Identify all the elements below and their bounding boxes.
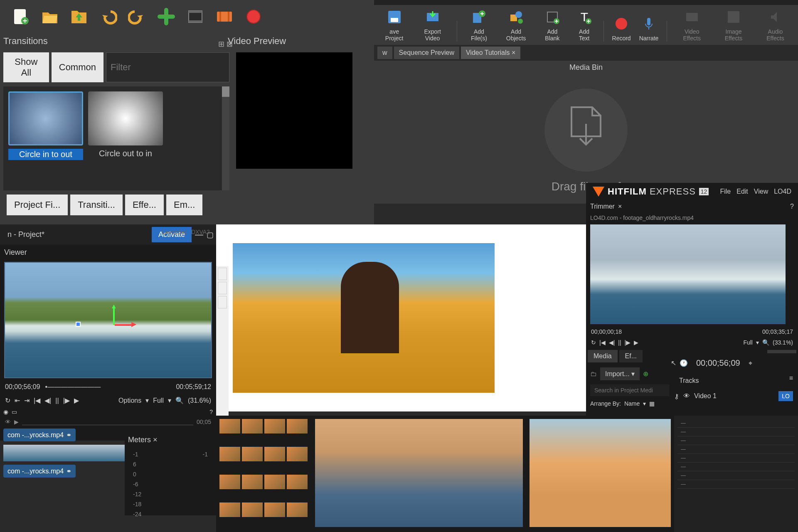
property-row[interactable]: — — [677, 463, 795, 471]
transition-item[interactable]: Circle in to out — [8, 91, 83, 185]
full-dropdown[interactable]: Full — [153, 397, 164, 404]
out-point-icon[interactable]: ⇥ — [24, 397, 30, 404]
media-thumbnail[interactable] — [242, 447, 263, 461]
open-project-icon[interactable] — [39, 6, 60, 27]
help-icon[interactable]: ? — [209, 409, 213, 415]
dropdown-stub[interactable] — [218, 268, 227, 280]
step-forward-icon[interactable]: |▶ — [625, 339, 631, 346]
track-eye-icon[interactable]: 👁 — [5, 419, 11, 425]
close-icon[interactable]: × — [618, 203, 622, 210]
media-thumbnail[interactable] — [264, 447, 285, 461]
in-point-icon[interactable]: ⇤ — [15, 397, 20, 404]
media-thumbnail[interactable] — [242, 419, 263, 433]
gizmo-x-axis[interactable] — [115, 324, 131, 326]
track-lock-icon[interactable]: ⚷ — [674, 392, 679, 400]
scrollbar[interactable] — [222, 86, 229, 190]
arrange-dropdown[interactable]: Name — [624, 400, 640, 407]
new-project-icon[interactable] — [10, 6, 31, 27]
property-row[interactable]: — — [677, 480, 795, 489]
save-project-button[interactable]: ave Project — [380, 8, 408, 42]
list-view-icon[interactable]: ▦ — [649, 400, 655, 407]
zoom-icon[interactable]: 🔍 — [762, 339, 769, 346]
viewer-preview[interactable] — [4, 262, 212, 378]
media-thumbnail[interactable] — [242, 475, 263, 489]
play-icon[interactable]: ▶ — [634, 339, 638, 346]
audio-effects-button[interactable]: Audio Effects — [759, 8, 792, 42]
export-video-button[interactable]: Export Video — [416, 8, 448, 42]
filter-show-all-button[interactable]: Show All — [3, 52, 49, 82]
redo-icon[interactable] — [127, 6, 148, 27]
tab-sequence-preview[interactable]: Sequence Preview — [394, 47, 459, 59]
play-pause-icon[interactable]: || — [618, 339, 621, 346]
cursor-icon[interactable]: ↖ — [671, 359, 676, 367]
zoom-icon[interactable]: 🔍 — [175, 397, 184, 404]
close-icon[interactable]: × — [512, 49, 515, 56]
property-row[interactable]: — — [677, 436, 795, 445]
menu-edit[interactable]: Edit — [736, 188, 748, 195]
panel-controls-icon[interactable]: ⊞ ⊠ — [218, 39, 233, 49]
media-icon[interactable] — [214, 6, 235, 27]
trimmer-preview[interactable] — [590, 224, 786, 324]
track-tool-icon[interactable]: ▶ — [14, 419, 19, 425]
filter-input[interactable] — [106, 52, 229, 82]
media-thumbnail[interactable] — [287, 475, 308, 489]
timeline-tool-icon[interactable]: ▭ — [12, 409, 17, 415]
media-thumbnail[interactable] — [242, 502, 263, 517]
step-forward-icon[interactable]: |▶ — [63, 397, 70, 404]
tab-effects[interactable]: Ef... — [619, 350, 643, 362]
record-icon[interactable] — [243, 6, 264, 27]
tab-effects[interactable]: Effe... — [125, 195, 164, 215]
gizmo-y-axis[interactable] — [113, 308, 115, 325]
menu-icon[interactable]: ≡ — [789, 374, 793, 387]
media-thumbnail[interactable] — [219, 502, 240, 517]
media-thumbnail[interactable] — [287, 419, 308, 433]
step-back-icon[interactable]: ◀| — [44, 397, 51, 404]
preview-monitor-2[interactable] — [530, 419, 671, 527]
media-thumbnail[interactable] — [219, 419, 240, 433]
goto-start-icon[interactable]: |◀ — [599, 339, 606, 346]
play-icon[interactable]: ▶ — [74, 397, 79, 404]
help-icon[interactable]: ? — [790, 203, 794, 210]
track-eye-icon[interactable]: 👁 — [683, 392, 690, 400]
media-thumbnail[interactable] — [287, 502, 308, 517]
snap-icon[interactable]: ⌖ — [749, 360, 752, 367]
gizmo-handle[interactable] — [76, 322, 81, 327]
step-back-icon[interactable]: ◀| — [609, 339, 615, 346]
timeline-ruler[interactable] — [22, 419, 193, 425]
property-row[interactable]: — — [677, 471, 795, 480]
add-text-button[interactable]: TAdd Text — [573, 8, 595, 42]
import-button[interactable]: Import... ▾ — [600, 367, 640, 380]
media-thumbnail[interactable] — [264, 475, 285, 489]
transition-item[interactable]: Circle out to in — [88, 91, 163, 185]
property-row[interactable]: — — [677, 428, 795, 436]
dropdown-stub[interactable] — [218, 296, 227, 308]
menu-lo4d[interactable]: LO4D — [774, 188, 791, 195]
tab-media[interactable]: Media — [588, 350, 618, 362]
loop-icon[interactable]: ↻ — [5, 397, 10, 404]
menu-view[interactable]: View — [754, 188, 768, 195]
add-blank-button[interactable]: Add Blank — [539, 8, 565, 42]
media-thumbnail[interactable] — [287, 447, 308, 461]
filmstrip-icon[interactable] — [185, 6, 206, 27]
full-dropdown[interactable]: Full — [743, 339, 753, 346]
timeline-tool-icon[interactable]: ◉ — [3, 409, 8, 415]
media-thumbnail[interactable] — [219, 475, 240, 489]
dropdown-stub[interactable] — [218, 282, 227, 294]
menu-file[interactable]: File — [720, 188, 731, 195]
tab-transitions[interactable]: Transiti... — [70, 195, 123, 215]
timeline-clip[interactable]: com -...yrocks.mp4⚭ — [3, 465, 76, 478]
property-row[interactable]: — — [677, 445, 795, 454]
add-files-button[interactable]: Add File(s) — [466, 8, 493, 42]
add-icon[interactable] — [156, 6, 177, 27]
loop-icon[interactable]: ↻ — [591, 339, 596, 346]
play-pause-icon[interactable]: || — [55, 397, 59, 404]
options-dropdown[interactable]: Options — [118, 397, 141, 404]
close-icon[interactable]: × — [153, 436, 158, 444]
property-row[interactable]: — — [677, 419, 795, 428]
tab-w[interactable]: w — [377, 47, 392, 59]
tab-video-tutorials[interactable]: Video Tutorials × — [461, 47, 520, 59]
timeline-clip[interactable]: com -...yrocks.mp4⚭ — [3, 429, 76, 441]
clip-badge[interactable]: LO — [778, 391, 793, 401]
narrate-button[interactable]: Narrate — [639, 15, 659, 42]
media-thumbnail[interactable] — [264, 419, 285, 433]
